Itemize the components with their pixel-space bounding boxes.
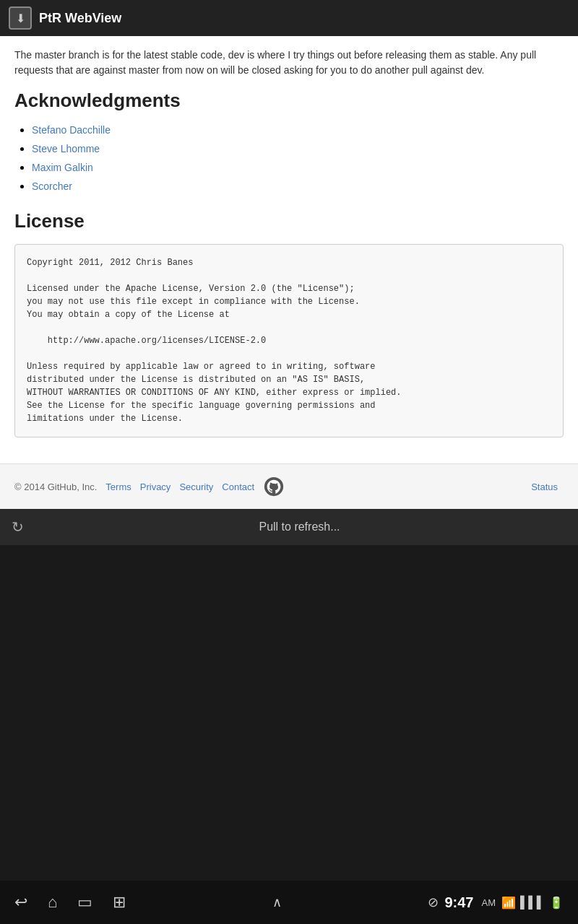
footer-right: Status [531,481,564,492]
footer-contact-link[interactable]: Contact [222,481,254,492]
status-icons: ⊘ [428,894,439,910]
up-arrow-button[interactable]: ∧ [272,894,282,910]
acknowledgment-link-1[interactable]: Stefano Dacchille [32,124,111,136]
acknowledgments-heading: Acknowledgments [14,90,564,112]
acknowledgment-link-3[interactable]: Maxim Galkin [32,162,93,173]
footer-privacy-link[interactable]: Privacy [140,481,171,492]
screenshot-button[interactable]: ⊞ [113,893,126,912]
license-box: Copyright 2011, 2012 Chris Banes License… [14,244,564,437]
no-disturb-icon: ⊘ [428,894,439,910]
github-icon [263,476,285,497]
list-item: Maxim Galkin [32,161,564,174]
clock-display: 9:47 [444,894,473,911]
pull-refresh-text: Pull to refresh... [33,520,566,533]
footer-terms-link[interactable]: Terms [105,481,131,492]
home-button[interactable]: ⌂ [48,893,57,912]
download-icon: ⬇ [16,12,25,25]
acknowledgment-link-2[interactable]: Steve Lhomme [32,143,100,154]
footer: © 2014 GitHub, Inc. Terms Privacy Securi… [0,463,578,509]
footer-left: © 2014 GitHub, Inc. Terms Privacy Securi… [14,476,285,497]
list-item: Stefano Dacchille [32,123,564,136]
app-title: PtR WebView [39,11,121,26]
list-item: Steve Lhomme [32,142,564,155]
refresh-icon: ↻ [12,518,24,536]
acknowledgments-list: Stefano Dacchille Steve Lhomme Maxim Gal… [14,123,564,193]
dark-area [0,545,578,760]
nav-left-buttons: ↩ ⌂ ▭ ⊞ [14,893,126,912]
top-bar: ⬇ PtR WebView [0,0,578,36]
bottom-nav: ↩ ⌂ ▭ ⊞ ∧ ⊘ 9:47 AM 📶 ▌▌▌ 🔋 [0,881,578,924]
nav-right-status: ⊘ 9:47 AM 📶 ▌▌▌ 🔋 [428,894,564,911]
connectivity-icons: 📶 ▌▌▌ 🔋 [501,896,564,910]
signal-icon: ▌▌▌ [520,896,545,909]
back-button[interactable]: ↩ [14,893,27,912]
web-content: The master branch is for the latest stab… [0,36,578,463]
license-text: Copyright 2011, 2012 Chris Banes License… [27,256,551,425]
list-item: Scorcher [32,180,564,193]
clock-ampm: AM [481,897,496,908]
wifi-icon: 📶 [501,896,516,910]
pull-refresh-bar: ↻ Pull to refresh... [0,509,578,545]
footer-copyright: © 2014 GitHub, Inc. [14,481,97,492]
footer-security-link[interactable]: Security [179,481,213,492]
license-heading: License [14,210,564,232]
acknowledgment-link-4[interactable]: Scorcher [32,180,72,192]
app-icon: ⬇ [9,6,32,30]
nav-center: ∧ [272,894,282,910]
intro-paragraph: The master branch is for the latest stab… [14,48,564,78]
recent-apps-button[interactable]: ▭ [77,893,92,912]
battery-icon: 🔋 [549,896,564,910]
footer-status-link[interactable]: Status [531,481,558,492]
